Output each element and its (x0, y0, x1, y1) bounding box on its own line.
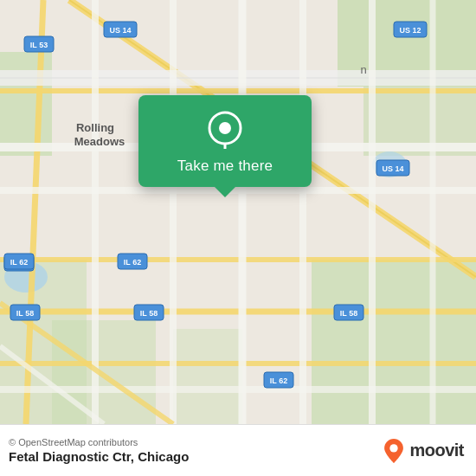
svg-text:IL 62: IL 62 (124, 258, 141, 267)
moovit-logo: moovit (382, 439, 464, 463)
svg-text:US 14: US 14 (109, 26, 131, 35)
location-pin-icon (206, 111, 244, 149)
svg-rect-1 (0, 52, 52, 156)
svg-text:US 12: US 12 (399, 26, 421, 35)
moovit-brand-text: moovit (409, 441, 464, 460)
map-view[interactable]: IL 53 IL 53 US 14 US 14 US 12 IL 62 IL 6… (0, 0, 476, 424)
svg-text:US 14: US 14 (382, 164, 403, 173)
svg-text:Rolling: Rolling (76, 121, 114, 134)
moovit-pin-icon (382, 439, 406, 463)
bottom-bar: © OpenStreetMap contributors Fetal Diagn… (0, 424, 476, 476)
take-me-there-button[interactable]: Take me there (177, 158, 273, 175)
svg-text:IL 58: IL 58 (340, 309, 357, 318)
svg-point-56 (219, 122, 231, 134)
svg-rect-6 (52, 320, 156, 424)
svg-text:n: n (360, 63, 366, 76)
svg-text:Meadows: Meadows (74, 135, 125, 148)
svg-text:IL 58: IL 58 (140, 309, 158, 318)
location-label: Fetal Diagnostic Ctr, Chicago (9, 449, 189, 464)
bottom-info: © OpenStreetMap contributors Fetal Diagn… (9, 437, 189, 464)
location-popup: Take me there (138, 95, 312, 187)
attribution-text: © OpenStreetMap contributors (9, 437, 189, 447)
svg-text:IL 62: IL 62 (270, 376, 287, 385)
svg-text:IL 53: IL 53 (30, 41, 48, 49)
svg-text:IL 58: IL 58 (16, 309, 34, 318)
svg-rect-7 (173, 329, 242, 424)
svg-text:IL 62: IL 62 (10, 258, 28, 267)
svg-rect-4 (312, 260, 476, 424)
svg-point-58 (390, 444, 398, 452)
